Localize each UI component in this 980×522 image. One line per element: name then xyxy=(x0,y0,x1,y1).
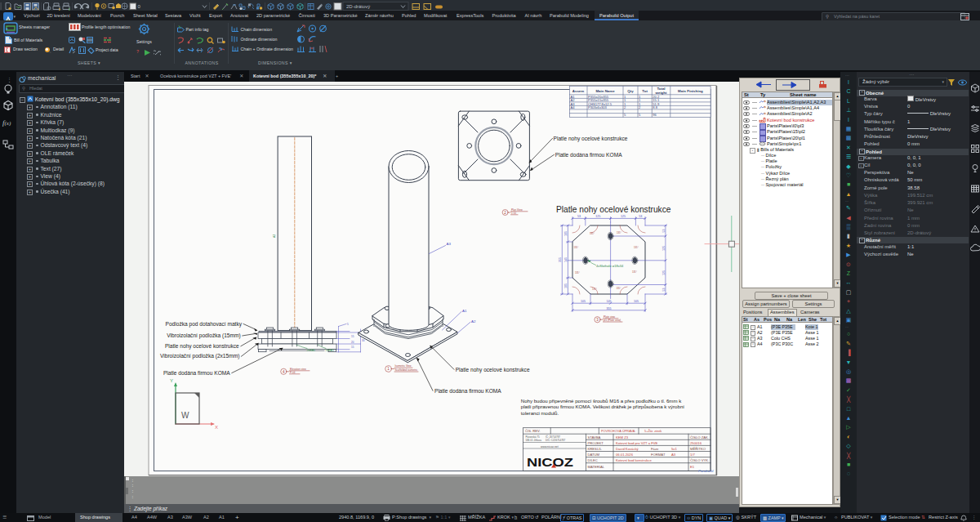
svg-text:Main Name: Main Name xyxy=(595,89,615,93)
svg-text:toleranci modulů.: toleranci modulů. xyxy=(521,410,559,416)
svg-text:135°: 135° xyxy=(617,287,621,290)
svg-text:Fáze: Fáze xyxy=(651,447,659,451)
svg-text:Nohy budou připevněné pomocí š: Nohy budou připevněné pomocí šroubů M16 … xyxy=(521,398,682,404)
svg-text:Podložka pod dotahovací matky: Podložka pod dotahovací matky xyxy=(166,321,243,328)
svg-text:ČÍS. REV.: ČÍS. REV. xyxy=(525,429,541,433)
svg-text:Scaffolded isometric: Scaffolded isometric xyxy=(395,368,418,372)
svg-text:06.01.2026: 06.01.2026 xyxy=(616,453,634,457)
svg-text:A3: A3 xyxy=(273,234,276,238)
svg-text:Elevation view: Elevation view xyxy=(290,368,307,371)
svg-text:Assem: Assem xyxy=(572,89,584,93)
svg-text:105: 105 xyxy=(581,300,586,303)
svg-text:135°: 135° xyxy=(634,246,639,249)
svg-text:135°: 135° xyxy=(574,246,579,249)
svg-text:MATERIÁL: MATERIÁL xyxy=(588,465,605,469)
svg-text:105: 105 xyxy=(564,231,568,236)
svg-text:Isometric View: Isometric View xyxy=(395,364,412,368)
svg-text:8.8: 8.8 xyxy=(653,105,657,109)
svg-text:53: 53 xyxy=(662,288,666,292)
svg-text:David Kovácký: David Kovácký xyxy=(616,447,639,451)
svg-text:A2: A2 xyxy=(471,319,476,323)
svg-text:0: 0 xyxy=(138,4,141,9)
svg-text:135°: 135° xyxy=(575,271,580,274)
svg-text:15: 15 xyxy=(351,335,354,338)
svg-text:MĚŘÍTKO: MĚŘÍTKO xyxy=(690,447,706,451)
svg-text:Platle nohy ocelové konstrukce: Platle nohy ocelové konstrukce xyxy=(556,205,671,214)
svg-text:105: 105 xyxy=(564,283,568,288)
svg-text:355: 355 xyxy=(607,307,612,310)
svg-text:Y: Y xyxy=(170,378,173,383)
svg-text:135°: 135° xyxy=(617,231,621,234)
svg-text:30: 30 xyxy=(362,339,365,342)
svg-text:145: 145 xyxy=(564,257,568,262)
svg-text:Qty: Qty xyxy=(627,89,634,93)
svg-text:96: 96 xyxy=(653,113,657,117)
svg-text:FORMÁT: FORMÁT xyxy=(651,453,666,457)
svg-text:Platle nohy ocelové konstrukce: Platle nohy ocelové konstrukce xyxy=(456,367,530,373)
svg-text:PROJEKT: PROJEKT xyxy=(588,441,604,445)
svg-text:Platle dodána firmou KOMA: Platle dodána firmou KOMA xyxy=(163,370,230,376)
svg-text:Parabuild: Parabuild xyxy=(698,469,714,473)
svg-text:P303x6x303: P303x6x303 xyxy=(588,105,607,109)
svg-text:145: 145 xyxy=(607,300,612,303)
svg-text:NICOZ: NICOZ xyxy=(527,456,573,470)
svg-text:125: 125 xyxy=(662,246,666,251)
svg-text:POVRCHOVÁ ÚPRAVA :: POVRCHOVÁ ÚPRAVA : xyxy=(601,429,636,433)
svg-text:KRESLIL: KRESLIL xyxy=(588,447,603,451)
svg-text:Kotevní bod konstrukce: Kotevní bod konstrukce xyxy=(616,458,652,462)
svg-text:355: 355 xyxy=(559,257,562,262)
svg-text:DÍLEC: DÍLEC xyxy=(588,458,598,462)
svg-text:P-04: P-04 xyxy=(290,371,296,374)
svg-text:pl1 (Plate view): pl1 (Plate view) xyxy=(604,319,621,322)
svg-text:125: 125 xyxy=(621,215,626,218)
svg-text:A4: A4 xyxy=(571,105,576,109)
svg-text:Kotevní bod pro VZT a FVE: Kotevní bod pro VZT a FVE xyxy=(616,441,658,445)
svg-text:135°: 135° xyxy=(632,270,637,274)
svg-text:Platle nohy ocelové konstrukce: Platle nohy ocelové konstrukce xyxy=(554,136,628,142)
svg-text:Vibroizolační podložka (15mm): Vibroizolační podložka (15mm) xyxy=(167,332,240,339)
svg-text:53: 53 xyxy=(662,230,666,233)
svg-text:5+Žár. zinek: 5+Žár. zinek xyxy=(644,429,662,433)
svg-text:2xBA1: 2xBA1 xyxy=(325,349,334,352)
svg-text:135°: 135° xyxy=(592,288,597,291)
svg-text:STAVBA: STAVBA xyxy=(588,435,601,439)
svg-text:53: 53 xyxy=(639,215,642,218)
svg-text:X: X xyxy=(215,425,218,430)
svg-text:A3: A3 xyxy=(447,242,452,246)
svg-text:ČÍSLO VÝK.: ČÍSLO VÝK. xyxy=(690,458,709,462)
svg-text:Platle nohy ocelové konstrukce: Platle nohy ocelové konstrukce xyxy=(165,343,239,350)
svg-text:125: 125 xyxy=(595,215,600,218)
svg-text:586 01 Jihlava: 586 01 Jihlava xyxy=(526,439,542,442)
svg-text:ČÍSLO ZAK.: ČÍSLO ZAK. xyxy=(690,435,709,439)
svg-text:Tot: Tot xyxy=(642,89,648,93)
svg-text:20: 20 xyxy=(351,341,354,344)
svg-text:Platle dodána firmou KOMA: Platle dodána firmou KOMA xyxy=(555,152,622,158)
svg-text:Platle dodána firmou KOMA: Platle dodána firmou KOMA xyxy=(434,388,501,394)
svg-text:DATUM: DATUM xyxy=(588,453,600,457)
svg-text:135°: 135° xyxy=(590,232,595,235)
svg-text:KEM Z3: KEM Z3 xyxy=(616,435,629,439)
svg-text:Plate view: Plate view xyxy=(604,315,616,319)
svg-text:W: W xyxy=(181,411,189,420)
svg-text:53: 53 xyxy=(577,215,581,218)
svg-text:5x1: 5x1 xyxy=(671,447,677,451)
svg-text:1/7: 1/7 xyxy=(690,453,695,457)
svg-text:1:10: 1:10 xyxy=(511,212,516,215)
svg-text:105: 105 xyxy=(634,300,639,303)
svg-text:125: 125 xyxy=(662,270,666,275)
svg-text:www.nicoz.net: www.nicoz.net xyxy=(541,445,559,448)
svg-text:A3: A3 xyxy=(671,453,676,457)
svg-text:DIČ: CZ26714787: DIČ: CZ26714787 xyxy=(546,438,566,442)
svg-text:4xSlothole ø18x34: 4xSlothole ø18x34 xyxy=(596,264,624,268)
svg-text:Vibroizolační podložka (2x15mm: Vibroizolační podložka (2x15mm) xyxy=(160,353,239,359)
svg-text:2xBA1: 2xBA1 xyxy=(307,349,316,352)
svg-text:E1: E1 xyxy=(690,465,695,469)
svg-text:Plan View: Plan View xyxy=(511,208,523,212)
svg-text:2D-drátový: 2D-drátový xyxy=(346,4,370,9)
svg-text:A1: A1 xyxy=(462,309,467,313)
svg-text:Main Finishing: Main Finishing xyxy=(678,89,703,93)
svg-text:250016: 250016 xyxy=(690,441,702,445)
svg-text:15: 15 xyxy=(351,346,354,349)
svg-text:platli připravenou firmou KOMA: platli připravenou firmou KOMA. Velikost… xyxy=(521,404,684,409)
